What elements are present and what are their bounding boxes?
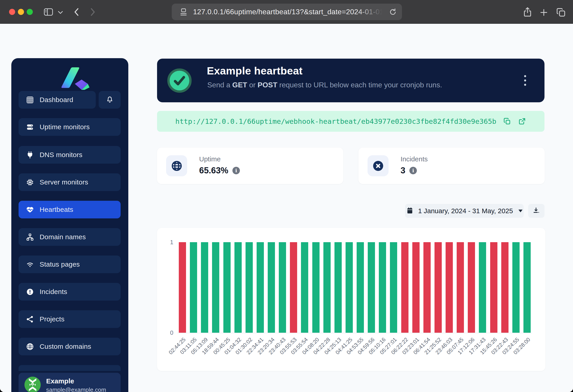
chart-bar[interactable] <box>446 242 453 333</box>
url-text: 127.0.0.1/66uptime/heartbeat/13?&start_d… <box>193 8 387 16</box>
user-email: sample@example.com <box>46 386 106 392</box>
chart-bar[interactable] <box>512 242 519 333</box>
chart-bar[interactable] <box>335 242 342 333</box>
heartbeat-header-card: Example heartbeat Send a GET or POST req… <box>157 59 544 102</box>
chart-bar[interactable] <box>490 242 497 333</box>
chart-bar[interactable] <box>268 242 275 333</box>
status-check-icon <box>167 68 192 93</box>
share-icon[interactable] <box>522 6 533 18</box>
sidebar-item-incidents[interactable]: Incidents <box>18 283 121 301</box>
minimize-window-button[interactable] <box>18 9 24 15</box>
caret-down-icon <box>519 210 522 212</box>
y-axis-tick-0: 0 <box>163 329 173 336</box>
chart-bar[interactable] <box>501 242 508 333</box>
page-subtitle: Send a GET or POST request to URL below … <box>207 81 442 89</box>
page-content: Dashboard Uptime monitors <box>0 24 573 392</box>
heart-pulse-icon <box>26 206 34 214</box>
close-window-button[interactable] <box>9 9 15 15</box>
y-axis-tick-1: 1 <box>163 239 173 246</box>
date-range-picker[interactable]: 1 January, 2024 - 31 May, 2025 <box>405 204 524 218</box>
chart-bar[interactable] <box>201 242 208 333</box>
chart-bar[interactable] <box>523 242 531 333</box>
share-nodes-icon <box>26 315 34 323</box>
sidebar-item-server-monitors[interactable]: Server monitors <box>18 173 121 191</box>
avatar <box>24 377 41 392</box>
tabs-icon[interactable] <box>556 7 566 18</box>
sidebar-item-partial[interactable] <box>18 365 121 371</box>
chart-bar[interactable] <box>301 242 308 333</box>
sidebar-item-uptime-monitors[interactable]: Uptime monitors <box>18 118 121 136</box>
chart-bar[interactable] <box>434 242 442 333</box>
sidebar-item-label: Heartbeats <box>40 206 73 214</box>
back-icon[interactable] <box>73 7 80 17</box>
chart-bar[interactable] <box>223 242 231 333</box>
sidebar-item-status-pages[interactable]: Status pages <box>18 255 121 273</box>
chart-bar[interactable] <box>290 242 297 333</box>
sidebar-item-label: DNS monitors <box>40 151 82 159</box>
download-button[interactable] <box>528 204 544 218</box>
browser-toolbar: 127.0.0.1/66uptime/heartbeat/13?&start_d… <box>0 0 573 24</box>
chart-bar[interactable] <box>412 242 420 333</box>
date-range-label: 1 January, 2024 - 31 May, 2025 <box>418 207 513 215</box>
chart-bar[interactable] <box>312 242 320 333</box>
chart-bar[interactable] <box>423 242 431 333</box>
chart-bar[interactable] <box>346 242 353 333</box>
chart-bar[interactable] <box>279 242 286 333</box>
browser-window: 127.0.0.1/66uptime/heartbeat/13?&start_d… <box>0 0 573 392</box>
chart-bar[interactable] <box>390 242 397 333</box>
chart-bar[interactable] <box>457 242 464 333</box>
globe-icon <box>26 342 34 351</box>
chart-bar[interactable] <box>246 242 253 333</box>
sidebar-item-label: Custom domains <box>40 343 91 350</box>
sidebar-item-domain-names[interactable]: Domain names <box>18 228 121 246</box>
chart-bar[interactable] <box>257 242 264 333</box>
copy-icon[interactable] <box>503 117 511 125</box>
chart-bar[interactable] <box>479 242 486 333</box>
page-icon <box>179 7 188 17</box>
sidebar-item-dashboard[interactable]: Dashboard <box>18 91 96 109</box>
uptime-stat-card: Uptime 65.63% i <box>157 148 343 184</box>
heartbeat-chart-card: 1 0 02:44:2503:11:0505:13:0918:59:4400:4… <box>157 228 545 371</box>
chart-bar[interactable] <box>190 242 197 333</box>
user-name: Example <box>46 377 106 385</box>
sidebar-toggle-icon[interactable] <box>43 7 54 17</box>
bell-icon <box>106 95 114 104</box>
chart-bar[interactable] <box>323 242 331 333</box>
info-icon[interactable]: i <box>233 167 240 174</box>
server-icon <box>26 123 34 131</box>
sidebar-item-custom-domains[interactable]: Custom domains <box>18 338 121 355</box>
chart-bar[interactable] <box>212 242 219 333</box>
x-axis-line <box>177 333 532 333</box>
sidebar-item-label: Dashboard <box>40 96 73 104</box>
chevron-down-icon[interactable] <box>58 11 63 14</box>
chart-bar[interactable] <box>379 242 386 333</box>
chart-bar[interactable] <box>357 242 364 333</box>
webhook-url-bar: http://127.0.0.1/66uptime/webhook-heartb… <box>157 111 544 132</box>
user-card[interactable]: Example sample@example.com <box>18 373 121 392</box>
notifications-button[interactable] <box>99 91 121 109</box>
alert-circle-icon <box>26 288 34 296</box>
sidebar-item-projects[interactable]: Projects <box>18 310 121 328</box>
cpu-icon <box>26 178 34 186</box>
external-link-icon[interactable] <box>518 117 526 125</box>
zoom-window-button[interactable] <box>27 9 33 15</box>
chart-bar[interactable] <box>468 242 475 333</box>
sidebar-item-label: Uptime monitors <box>40 123 90 131</box>
sitemap-icon <box>26 233 34 241</box>
new-tab-icon[interactable] <box>539 8 549 17</box>
address-bar[interactable]: 127.0.0.1/66uptime/heartbeat/13?&start_d… <box>172 4 402 20</box>
chart-bar[interactable] <box>368 242 375 333</box>
chart-bar[interactable] <box>401 242 409 333</box>
chart-xlabels: 02:44:2503:11:0505:13:0918:59:4400:45:25… <box>179 336 531 368</box>
plug-icon <box>26 151 34 159</box>
forward-icon[interactable] <box>90 7 96 17</box>
sidebar-item-dns-monitors[interactable]: DNS monitors <box>18 146 121 164</box>
grid-icon <box>26 96 34 104</box>
chart-bar[interactable] <box>234 242 242 333</box>
info-icon[interactable]: i <box>409 167 417 174</box>
stat-value: 65.63% <box>199 166 228 175</box>
kebab-menu-button[interactable] <box>520 71 530 89</box>
chart-bar[interactable] <box>179 242 186 333</box>
reload-icon[interactable] <box>388 7 397 17</box>
sidebar-item-heartbeats[interactable]: Heartbeats <box>18 201 121 218</box>
